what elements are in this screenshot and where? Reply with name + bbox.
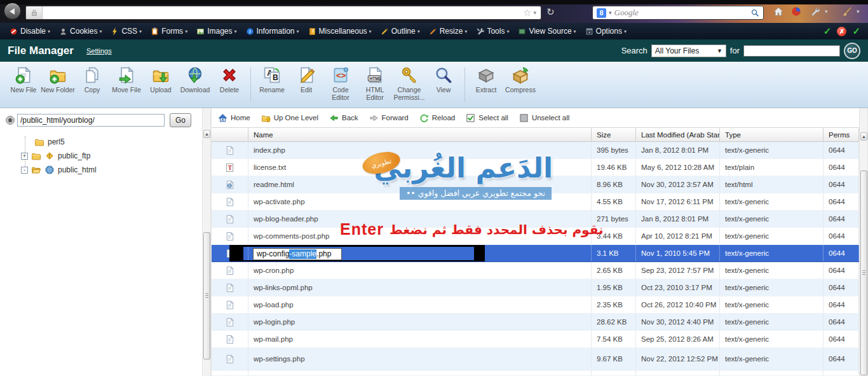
path-go-button[interactable]: Go bbox=[170, 113, 191, 127]
scrollbar-thumb[interactable] bbox=[860, 171, 867, 375]
devbar-item-forms[interactable]: Forms▾ bbox=[146, 24, 192, 38]
error-count-icon[interactable]: ✗ bbox=[837, 27, 846, 36]
file-row-wp-load-php[interactable]: wp-load.php2.35 KBOct 26, 2012 10:40 PMt… bbox=[212, 296, 859, 314]
toolbar-new-folder[interactable]: New Folder bbox=[41, 66, 75, 94]
tree-scrollbar[interactable]: ▲ bbox=[202, 108, 211, 376]
column-header-type[interactable]: Type bbox=[720, 128, 824, 141]
site-identity-box[interactable] bbox=[26, 6, 43, 19]
reload-icon[interactable]: ↻ bbox=[546, 6, 555, 18]
style-dropdown-icon[interactable]: ▾ bbox=[857, 8, 860, 15]
scroll-up-icon[interactable]: ▲ bbox=[860, 132, 867, 141]
collapse-icon[interactable]: - bbox=[21, 167, 28, 174]
file-type-cell bbox=[212, 193, 248, 210]
devbar-item-tools[interactable]: Tools▾ bbox=[471, 24, 513, 38]
file-row-index-php[interactable]: index.php395 bytesJan 8, 2012 8:01 PMtex… bbox=[212, 142, 859, 159]
column-header-name[interactable]: Name bbox=[248, 128, 592, 141]
nav-reload[interactable]: Reload bbox=[419, 113, 455, 123]
search-scope-select[interactable]: All Your Files▼ bbox=[651, 45, 726, 57]
valid-check2-icon[interactable]: ✓ bbox=[852, 25, 860, 37]
file-row-wp-blog-header-php[interactable]: wp-blog-header.php271 bytesJan 8, 2012 8… bbox=[212, 211, 859, 228]
chevron-down-icon: ▾ bbox=[139, 29, 142, 34]
fm-toolbar-items: New FileNew FolderCopyMove FileUploadDow… bbox=[0, 62, 868, 102]
toolbar-view[interactable]: View bbox=[426, 66, 461, 94]
nav-select-all[interactable]: Select all bbox=[466, 113, 508, 123]
devbar-item-miscellaneous[interactable]: Miscellaneous▾ bbox=[304, 24, 376, 38]
file-row-wp-links-opml-php[interactable]: wp-links-opml.php1.95 KBOct 23, 2010 3:1… bbox=[212, 279, 859, 296]
column-header-perms[interactable]: Perms bbox=[824, 128, 859, 141]
devbar-item-disable[interactable]: Disable▾ bbox=[5, 24, 55, 38]
toolbar-change-permissi[interactable]: Change Permissi... bbox=[392, 66, 426, 101]
style-editor-icon[interactable] bbox=[841, 6, 853, 17]
devbar-item-cookies[interactable]: Cookies▾ bbox=[55, 24, 106, 38]
addon-logo-icon[interactable] bbox=[790, 6, 802, 17]
size-cell: 2.65 KB bbox=[592, 262, 636, 279]
file-row-license-txt[interactable]: Tlicense.txt19.46 KBMay 6, 2012 10:28 AM… bbox=[212, 159, 859, 176]
toolbar-download[interactable]: Download bbox=[178, 66, 212, 94]
back-button[interactable] bbox=[4, 3, 21, 20]
devtools-wrench-icon[interactable] bbox=[810, 6, 821, 17]
size-cell: 28.62 KB bbox=[592, 314, 636, 330]
column-header-size[interactable]: Size bbox=[592, 128, 636, 141]
toolbar-upload[interactable]: Upload bbox=[144, 66, 178, 94]
tree-item-public-ftp[interactable]: + public_ftp bbox=[0, 149, 202, 163]
column-header-icon[interactable] bbox=[212, 128, 248, 141]
devbar-item-resize[interactable]: Resize▾ bbox=[424, 24, 472, 38]
rename-input[interactable]: wp-config-sample.php bbox=[253, 248, 342, 260]
file-row-wp-cron-php[interactable]: wp-cron.php2.65 KBSep 23, 2012 7:57 PMte… bbox=[212, 262, 859, 279]
nav-back[interactable]: Back bbox=[329, 113, 358, 123]
toolbar-html-editor[interactable]: HTMLHTML Editor bbox=[358, 66, 392, 101]
path-home-icon[interactable] bbox=[5, 115, 15, 125]
devbar-item-options[interactable]: Options▾ bbox=[581, 24, 631, 38]
dev-forms-icon bbox=[151, 27, 159, 36]
file-row-wp-mail-php[interactable]: wp-mail.php7.54 KBSep 25, 2012 8:26 AMte… bbox=[212, 331, 859, 348]
bookmark-star-icon[interactable]: ☆ bbox=[523, 7, 531, 18]
file-row-wp-settings-php[interactable]: wp-settings.php9.67 KBNov 22, 2012 12:52… bbox=[212, 348, 859, 371]
search-engine-icon[interactable]: 8 bbox=[597, 8, 606, 18]
tree-item-perl5[interactable]: perl5 bbox=[0, 135, 202, 149]
search-term-input[interactable] bbox=[743, 45, 840, 57]
tree-item-public-html[interactable]: - public_html bbox=[0, 163, 202, 177]
toolbar-code-editor[interactable]: <>Code Editor bbox=[323, 66, 358, 101]
file-row-wp-login-php[interactable]: wp-login.php28.62 KBNov 30, 2012 4:40 PM… bbox=[212, 314, 859, 331]
browser-search-box[interactable]: 8 ▾ Google bbox=[592, 6, 764, 20]
nav-unselect-all[interactable]: Unselect all bbox=[519, 113, 569, 123]
toolbar-move-file[interactable]: Move File bbox=[109, 66, 144, 94]
file-row-wp-comments-post-php[interactable]: wp-comments-post.php3.44 KBApr 10, 2012 … bbox=[212, 228, 859, 245]
valid-check-icon[interactable]: ✓ bbox=[824, 25, 832, 37]
scrollbar-thumb[interactable] bbox=[203, 232, 210, 359]
nav-home[interactable]: Home bbox=[218, 113, 250, 123]
file-row-wp-activate-php[interactable]: wp-activate.php4.55 KBNov 17, 2012 6:11 … bbox=[212, 193, 859, 211]
nav-forward[interactable]: Forward bbox=[369, 113, 409, 123]
path-input[interactable]: /public_html/yourblog/ bbox=[17, 114, 165, 127]
toolbar-delete[interactable]: Delete bbox=[212, 66, 247, 94]
devbar-item-information[interactable]: iInformation▾ bbox=[241, 24, 304, 38]
devbar-item-images[interactable]: Images▾ bbox=[192, 24, 241, 38]
devtools-dropdown-icon[interactable]: ▾ bbox=[825, 8, 828, 15]
address-dropdown-icon[interactable]: ▾ bbox=[533, 10, 536, 16]
nav-up-one-level[interactable]: Up One Level bbox=[261, 113, 318, 123]
toolbar-copy[interactable]: Copy bbox=[75, 66, 109, 94]
search-go-icon[interactable] bbox=[750, 8, 759, 17]
toolbar-rename[interactable]: ABRename bbox=[255, 66, 289, 94]
devbar-item-view-source[interactable]: View Source▾ bbox=[513, 24, 580, 38]
file-row-readme-html[interactable]: readme.html8.96 KBNov 30, 2012 3:57 AMte… bbox=[212, 176, 859, 193]
column-header-modified[interactable]: Last Modified (Arab Stan bbox=[636, 128, 720, 141]
toolbar-edit[interactable]: Edit bbox=[289, 66, 323, 94]
scroll-up-icon[interactable]: ▲ bbox=[203, 130, 210, 138]
address-bar[interactable]: ☆ ▾ bbox=[25, 6, 541, 20]
devbar-item-outline[interactable]: Outline▾ bbox=[376, 24, 424, 38]
file-row-wp-config-sample-php[interactable]: wp-config-sample.php3.1 KBNov 1, 2010 5:… bbox=[212, 245, 859, 262]
file-row-wp-signup-php[interactable]: wp-signup.php17.70 KBSep 11, 2012 3:27 P… bbox=[212, 371, 859, 376]
devbar-item-css[interactable]: CSS▾ bbox=[106, 24, 146, 38]
search-engine-dropdown-icon[interactable]: ▾ bbox=[609, 10, 612, 16]
settings-link[interactable]: Settings bbox=[86, 47, 112, 55]
search-go-button[interactable]: GO bbox=[844, 43, 860, 59]
toolbar-new-file[interactable]: New File bbox=[6, 66, 41, 94]
modified-cell: Nov 30, 2012 3:57 AM bbox=[636, 176, 720, 193]
toolbar-compress[interactable]: Compress bbox=[503, 66, 538, 94]
download-icon bbox=[186, 66, 204, 84]
browser-home-icon[interactable] bbox=[773, 6, 784, 17]
table-scrollbar[interactable]: ▲ bbox=[859, 108, 868, 376]
expand-icon[interactable]: + bbox=[21, 153, 28, 160]
toolbar-extract[interactable]: Extract bbox=[469, 66, 503, 94]
